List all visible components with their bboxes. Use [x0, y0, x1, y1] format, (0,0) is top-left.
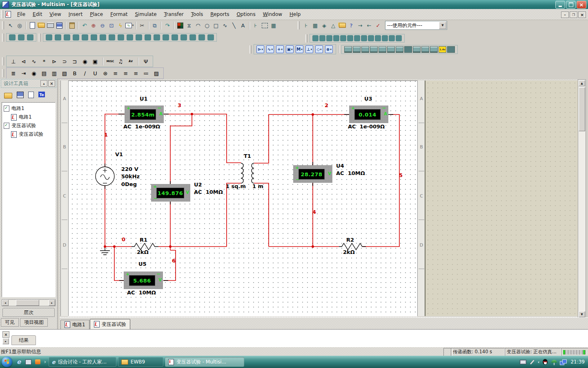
multimeter-u5[interactable]: + − 5.686 V	[124, 272, 163, 289]
menu-edit[interactable]: Edit	[29, 10, 46, 18]
antivirus-umbrella-icon[interactable]	[551, 359, 557, 365]
align-settings-icon[interactable]: ≣	[9, 69, 18, 78]
zoom-in-icon[interactable]: ⊕	[89, 21, 98, 30]
fill-pattern-icon[interactable]: ▨	[152, 69, 161, 78]
dropdown-arrow-icon[interactable]: ▾	[330, 48, 332, 51]
list-icon[interactable]: ≔	[142, 69, 151, 78]
dropdown-arrow-icon[interactable]: ▾	[261, 48, 263, 51]
component-button[interactable]	[368, 35, 374, 41]
align-center-icon[interactable]: ≡	[121, 69, 130, 78]
component-button[interactable]	[9, 34, 16, 40]
checkbox-icon[interactable]	[4, 123, 9, 129]
redo-icon[interactable]: ↷	[163, 21, 172, 30]
component-button[interactable]	[361, 35, 367, 41]
copy-icon[interactable]: ⧉	[150, 21, 159, 30]
menu-transfer[interactable]: Transfer	[160, 10, 187, 18]
copy-graph-icon[interactable]: ▥	[50, 69, 59, 78]
component-button[interactable]	[207, 34, 214, 40]
tray-collapse-icon[interactable]: ‹	[538, 359, 540, 365]
scrollbar-thumb[interactable]	[579, 87, 585, 131]
export-icon[interactable]: →	[356, 21, 365, 30]
menu-place[interactable]: Place	[86, 10, 107, 18]
in-use-list-dropdown[interactable]: ---使用的元件---	[385, 21, 447, 30]
dropdown-arrow-icon[interactable]: ▾	[291, 48, 293, 51]
place-advanced-icon[interactable]: ▣	[91, 57, 100, 66]
pen-tool-icon[interactable]	[529, 359, 535, 365]
label-r2[interactable]: R2	[346, 237, 354, 243]
power-source-virtual-icon[interactable]: ⊥▾	[305, 45, 313, 53]
save-icon[interactable]	[17, 92, 24, 98]
component-button[interactable]	[55, 34, 61, 40]
scrollbar-thumb[interactable]	[16, 300, 39, 306]
new-sheet-icon[interactable]	[28, 92, 34, 98]
component-button[interactable]	[18, 34, 24, 40]
diode-virtual-icon[interactable]: +▾	[276, 45, 284, 53]
save-icon[interactable]	[55, 21, 64, 30]
scroll-up-icon[interactable]	[579, 80, 585, 86]
show-desktop-icon[interactable]	[25, 359, 31, 365]
place-transistor-icon[interactable]: *	[40, 57, 49, 66]
four-channel-oscilloscope-icon[interactable]	[379, 46, 386, 53]
component-button[interactable]	[375, 35, 381, 41]
back-annotate-icon[interactable]: ←	[365, 21, 374, 30]
label-u2[interactable]: U2	[194, 182, 202, 188]
quicklaunch-expand-icon[interactable]: ›	[44, 359, 46, 365]
component-button[interactable]	[326, 35, 332, 41]
print-icon[interactable]	[46, 21, 55, 30]
place-audio-icon[interactable]: ♫	[116, 57, 125, 66]
toolbar-grip[interactable]	[2, 57, 4, 65]
component-button[interactable]	[389, 35, 395, 41]
symbol-editor-icon[interactable]: △	[329, 21, 338, 30]
component-button[interactable]	[319, 35, 325, 41]
multimeter-u4[interactable]: + − 28.278 V	[293, 165, 332, 183]
draw-rectangle-icon[interactable]: □	[212, 21, 220, 30]
database-manager-icon[interactable]: ◈	[320, 21, 329, 30]
place-cmos-icon[interactable]: ⊐	[70, 57, 79, 66]
open-folder-icon[interactable]	[4, 93, 12, 99]
mdi-close-button[interactable]	[578, 11, 586, 18]
page-properties-icon[interactable]: ▧	[60, 69, 69, 78]
taskbar-item-multisim[interactable]: 变压器试验 - Multisi...	[165, 357, 244, 367]
maximize-button[interactable]	[566, 1, 576, 9]
wattmeter-icon[interactable]	[361, 46, 369, 53]
underline-icon[interactable]: U	[91, 69, 100, 78]
lab-instrument-icon[interactable]	[447, 46, 455, 53]
overlay-traces-icon[interactable]: ◉	[29, 69, 38, 78]
tree-item-transformer-test[interactable]: 变压器试验	[3, 121, 54, 130]
zoom-out-icon[interactable]: ⊖	[98, 21, 107, 30]
panel-dock-button[interactable]	[40, 80, 47, 87]
logic-analyzer-icon[interactable]	[413, 46, 421, 53]
hourglass-icon[interactable]: ⧖	[185, 21, 194, 30]
dropdown-arrow-icon[interactable]: ▾	[301, 48, 303, 51]
label-v1[interactable]: V1	[115, 151, 123, 157]
component-button[interactable]	[109, 34, 115, 40]
rated-virtual-icon[interactable]: ◇▾	[315, 45, 323, 53]
canvas-vertical-scrollbar[interactable]	[578, 79, 586, 318]
component-button[interactable]	[154, 34, 160, 40]
cut-icon[interactable]: ✂	[138, 21, 147, 30]
dropdown-arrow-icon[interactable]: ▾	[320, 48, 322, 51]
dropdown-arrow-icon[interactable]: ▾	[132, 24, 134, 27]
component-button[interactable]	[189, 34, 196, 40]
function-generator-icon[interactable]	[353, 46, 361, 53]
draw-arc-icon[interactable]: ◠	[194, 21, 203, 30]
grid-icon[interactable]: ▦	[269, 21, 278, 30]
component-button[interactable]	[136, 34, 142, 40]
toolbar-grip[interactable]	[2, 34, 4, 42]
component-button[interactable]	[340, 35, 346, 41]
minimize-button[interactable]	[555, 1, 565, 9]
signal-source-virtual-icon[interactable]: ⊗▾	[325, 45, 333, 53]
tree-scrollbar[interactable]	[2, 299, 56, 306]
input-method-icon[interactable]	[520, 359, 526, 365]
component-button[interactable]	[100, 34, 106, 40]
tree-item-transformer-test-page[interactable]: 变压器试验	[3, 130, 54, 139]
place-mcu-icon[interactable]: ◉	[80, 57, 89, 66]
dropdown-arrow-icon[interactable]	[439, 22, 446, 29]
start-button[interactable]	[2, 357, 12, 367]
bold-icon[interactable]: B	[70, 69, 79, 78]
run-simulation-icon[interactable]: ϟ	[116, 21, 125, 30]
taskbar-item-ewb9[interactable]: EWB9	[118, 357, 163, 367]
draw-ellipse-icon[interactable]: ○	[203, 21, 212, 30]
tab-visible[interactable]: 可见	[1, 318, 19, 327]
iv-analyzer-icon[interactable]	[430, 46, 438, 53]
